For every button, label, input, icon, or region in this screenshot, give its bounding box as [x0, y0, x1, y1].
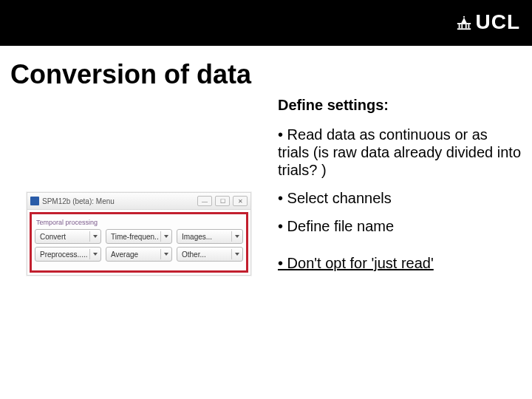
ucl-logo-text: UCL: [475, 10, 520, 34]
images-dropdown[interactable]: Images...: [177, 229, 243, 244]
convert-dropdown[interactable]: Convert: [35, 229, 101, 244]
spm-menu-window: SPM12b (beta): Menu — ☐ ✕ Temporal proce…: [27, 192, 251, 276]
slide-title: Conversion of data: [10, 59, 532, 90]
time-frequency-dropdown[interactable]: Time-frequen..: [106, 229, 172, 244]
dropdown-label: Other...: [182, 250, 206, 259]
dropdown-row-2: Preprocess..... Average Other...: [35, 247, 243, 262]
dropdown-label: Convert: [40, 233, 66, 241]
maximize-button[interactable]: ☐: [215, 196, 230, 206]
close-button[interactable]: ✕: [233, 196, 248, 206]
svg-rect-3: [466, 24, 467, 29]
ucl-dome-icon: [456, 15, 472, 31]
bullet-1: • Read data as continuous or as trials (…: [278, 126, 522, 179]
subheading: Define settings:: [278, 96, 522, 114]
window-titlebar: SPM12b (beta): Menu — ☐ ✕: [27, 193, 250, 210]
chevron-down-icon: [164, 253, 168, 256]
svg-rect-5: [457, 23, 471, 24]
bullet-2: • Select channels: [278, 189, 522, 207]
preprocess-dropdown[interactable]: Preprocess.....: [35, 247, 101, 262]
chevron-down-icon: [93, 253, 98, 256]
svg-rect-1: [459, 24, 460, 29]
chevron-down-icon: [93, 235, 98, 238]
app-icon: [30, 197, 39, 205]
top-bar: UCL: [0, 0, 532, 46]
dropdown-label: Preprocess.....: [40, 250, 87, 259]
svg-rect-4: [468, 24, 470, 29]
other-dropdown[interactable]: Other...: [177, 247, 243, 262]
dropdown-label: Time-frequen..: [111, 233, 159, 241]
dropdown-row-1: Convert Time-frequen.. Images...: [35, 229, 243, 244]
chevron-down-icon: [235, 235, 239, 238]
svg-rect-2: [462, 24, 463, 29]
chevron-down-icon: [235, 253, 239, 256]
spm-panel: Temporal processing Convert Time-frequen…: [30, 212, 248, 273]
window-title: SPM12b (beta): Menu: [42, 197, 115, 205]
minimize-button[interactable]: —: [197, 196, 212, 206]
bullet-3: • Define file name: [278, 217, 522, 235]
bullet-4: • Don't opt for 'just read': [278, 254, 522, 272]
svg-rect-0: [457, 28, 471, 30]
ucl-logo: UCL: [456, 10, 520, 34]
section-label: Temporal processing: [36, 219, 243, 226]
svg-point-6: [463, 16, 465, 18]
dropdown-label: Images...: [182, 233, 212, 241]
content-column: Define settings: • Read data as continuo…: [278, 96, 522, 282]
chevron-down-icon: [164, 235, 168, 238]
dropdown-label: Average: [111, 250, 138, 259]
average-dropdown[interactable]: Average: [106, 247, 172, 262]
